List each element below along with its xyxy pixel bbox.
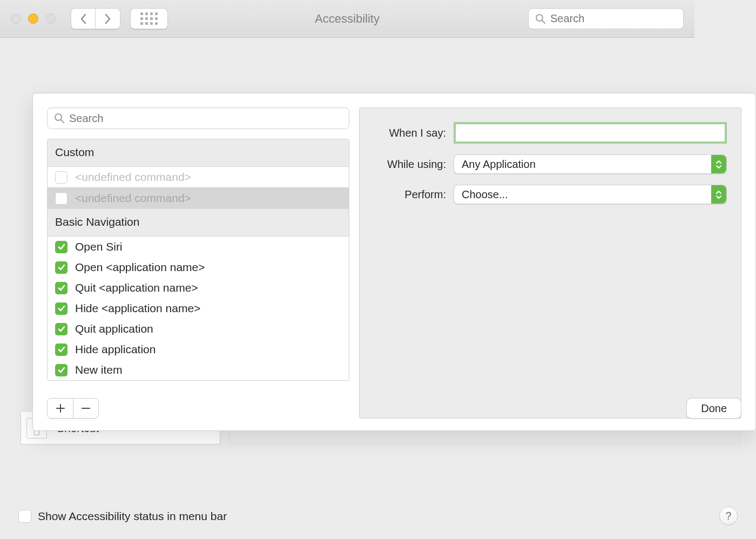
- sheet-search-input[interactable]: [69, 112, 342, 125]
- form-row-perform: Perform: Choose...: [374, 185, 694, 204]
- window-close-button[interactable]: [11, 14, 21, 24]
- add-button[interactable]: [48, 399, 73, 418]
- perform-value: Choose...: [462, 188, 508, 201]
- list-item[interactable]: <undefined command>: [48, 167, 349, 187]
- checkbox[interactable]: [55, 261, 68, 274]
- list-item[interactable]: <undefined command>: [48, 187, 349, 208]
- check-icon: [57, 325, 66, 333]
- titlebar: Accessibility: [0, 0, 694, 38]
- list-item[interactable]: Quit <application name>: [48, 278, 349, 298]
- chevron-left-icon: [79, 13, 87, 25]
- list-item-label: <undefined command>: [75, 192, 191, 205]
- checkbox[interactable]: [55, 192, 68, 205]
- form-label-perform: Perform:: [374, 188, 446, 201]
- show-all-button[interactable]: [130, 8, 168, 29]
- checkbox[interactable]: [55, 364, 68, 376]
- svg-point-2: [55, 114, 62, 120]
- back-button[interactable]: [71, 8, 96, 29]
- list-item-label: Hide <application name>: [75, 302, 200, 315]
- done-button[interactable]: Done: [686, 398, 694, 419]
- check-icon: [57, 304, 66, 313]
- traffic-lights: [11, 14, 56, 24]
- list-item[interactable]: New item: [48, 360, 349, 380]
- list-item-label: Hide application: [75, 343, 156, 356]
- check-icon: [57, 284, 66, 292]
- svg-line-1: [542, 21, 545, 23]
- while-using-select[interactable]: Any Application: [454, 154, 694, 174]
- minus-icon: [81, 403, 91, 413]
- checkbox[interactable]: [55, 302, 68, 315]
- perform-select[interactable]: Choose...: [454, 185, 694, 204]
- check-icon: [57, 242, 66, 251]
- search-icon: [535, 14, 546, 24]
- list-item[interactable]: Quit application: [48, 319, 349, 339]
- list-item-label: <undefined command>: [75, 171, 191, 184]
- sheet-left-column: Custom <undefined command> <undefined co…: [47, 107, 349, 419]
- window-minimize-button[interactable]: [28, 14, 38, 24]
- form-label-when: When I say:: [374, 127, 446, 139]
- forward-button[interactable]: [96, 8, 120, 29]
- check-icon: [57, 366, 66, 374]
- command-list: Custom <undefined command> <undefined co…: [47, 139, 349, 381]
- section-header-custom: Custom: [48, 139, 349, 167]
- form-row-while: While using: Any Application: [374, 154, 694, 174]
- list-item-label: Quit application: [75, 322, 153, 335]
- chevron-right-icon: [104, 13, 112, 25]
- list-item-label: Open Siri: [75, 240, 123, 253]
- window-zoom-button[interactable]: [45, 14, 56, 24]
- toolbar-search-input[interactable]: [550, 12, 677, 25]
- sheet-right-column: When I say: While using: Any Application…: [359, 107, 694, 419]
- plus-icon: [56, 403, 65, 413]
- sheet-search[interactable]: [47, 107, 349, 129]
- nav-button-group: [71, 8, 120, 29]
- form-label-while: While using:: [374, 158, 446, 171]
- checkbox[interactable]: [55, 323, 68, 335]
- list-item[interactable]: Hide <application name>: [48, 298, 349, 319]
- section-header-basic-navigation: Basic Navigation: [48, 208, 349, 237]
- checkbox[interactable]: [55, 343, 68, 356]
- list-item-label: Open <application name>: [75, 261, 205, 274]
- list-item[interactable]: Hide application: [48, 339, 349, 360]
- svg-line-3: [61, 120, 64, 123]
- checkbox[interactable]: [55, 171, 68, 184]
- list-item-label: Quit <application name>: [75, 281, 198, 294]
- checkbox[interactable]: [55, 282, 68, 294]
- grid-icon: [140, 12, 158, 25]
- search-icon: [54, 113, 65, 124]
- svg-point-0: [536, 15, 543, 21]
- list-item[interactable]: Open <application name>: [48, 257, 349, 278]
- checkbox[interactable]: [55, 241, 68, 253]
- while-using-value: Any Application: [462, 158, 536, 171]
- toolbar-search[interactable]: [528, 8, 684, 29]
- list-item[interactable]: Open Siri: [48, 237, 349, 257]
- form-row-when: When I say:: [374, 122, 694, 144]
- check-icon: [57, 263, 66, 272]
- when-i-say-input[interactable]: [454, 122, 694, 144]
- commands-sheet: Custom <undefined command> <undefined co…: [32, 93, 694, 431]
- remove-button[interactable]: [73, 399, 98, 418]
- add-remove-group: [47, 398, 99, 419]
- check-icon: [57, 345, 66, 354]
- list-item-label: New item: [75, 363, 123, 376]
